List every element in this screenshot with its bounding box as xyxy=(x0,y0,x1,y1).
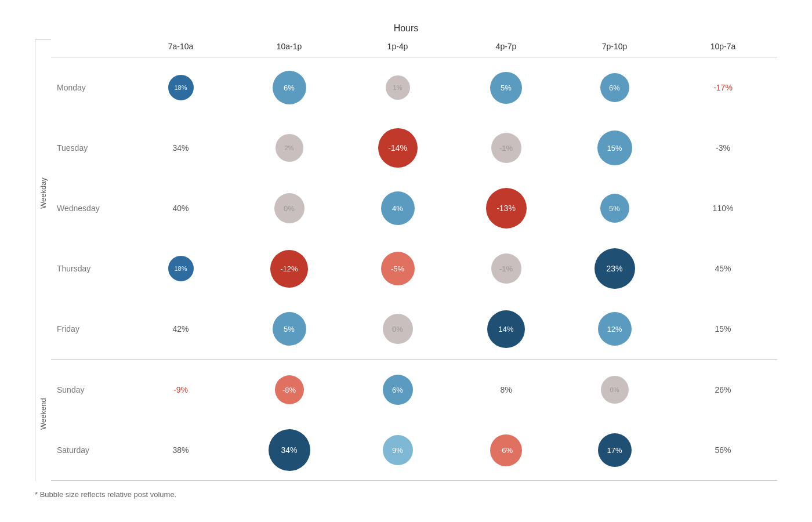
bubble: 0% xyxy=(274,193,304,223)
bubble-cell: -14% xyxy=(343,128,452,168)
bubble-cell: -9% xyxy=(126,385,235,394)
bubble: 6% xyxy=(600,73,629,102)
bubble: -5% xyxy=(381,252,415,285)
bubble: 15% xyxy=(715,324,731,334)
bubble-cell: 6% xyxy=(560,73,669,102)
day-label-wednesday: Wednesday xyxy=(51,204,126,213)
bubble: -8% xyxy=(275,375,304,404)
day-label-sunday: Sunday xyxy=(51,385,126,394)
bubble-cell: 110% xyxy=(669,204,777,213)
bubble: 34% xyxy=(269,429,310,471)
weekday-label: Weekday xyxy=(35,39,51,347)
bubble: 12% xyxy=(598,312,632,346)
bubble: -1% xyxy=(491,253,521,284)
col-header-5: 10p-7a xyxy=(669,39,777,53)
bubble: 0% xyxy=(383,314,413,344)
bubble: 18% xyxy=(168,75,194,100)
table-row: Tuesday34%2%-14%-1%15%-3% xyxy=(51,118,777,178)
header-row: 7a-10a 10a-1p 1p-4p 4p-7p 7p-10p 10p-7a xyxy=(51,39,777,57)
bubble-cell: 5% xyxy=(452,72,560,104)
col-header-3: 4p-7p xyxy=(452,39,560,53)
bubble: 6% xyxy=(273,71,306,104)
bubble: 40% xyxy=(172,204,188,213)
day-label-thursday: Thursday xyxy=(51,264,126,273)
bubble-cell: -6% xyxy=(452,434,560,466)
bubble-cell: 40% xyxy=(126,204,235,213)
bubble: -13% xyxy=(486,188,527,229)
bubble: 9% xyxy=(383,435,413,465)
bubble-cell: 1% xyxy=(343,75,452,100)
bubble-cell: 23% xyxy=(560,248,669,289)
col-header-4: 7p-10p xyxy=(560,39,669,53)
main-grid: 7a-10a 10a-1p 1p-4p 4p-7p 7p-10p 10p-7a … xyxy=(51,39,777,481)
table-row: Monday18%6%1%5%6%-17% xyxy=(51,57,777,118)
bubble-cell: 8% xyxy=(452,385,560,394)
bubble-cell: 38% xyxy=(126,445,235,455)
col-header-0: 7a-10a xyxy=(126,39,235,53)
bubble-cell: 15% xyxy=(669,324,777,334)
bubble-cell: 2% xyxy=(235,134,343,162)
bubble: 5% xyxy=(490,72,522,104)
bubble-cell: 0% xyxy=(343,314,452,344)
bubble-cell: 12% xyxy=(560,312,669,346)
bubble: 15% xyxy=(597,130,632,165)
bubble-cell: 4% xyxy=(343,191,452,225)
sections-container: Monday18%6%1%5%6%-17%Tuesday34%2%-14%-1%… xyxy=(51,57,777,481)
bubble-cell: 6% xyxy=(235,71,343,104)
day-label-monday: Monday xyxy=(51,83,126,92)
bubble: -1% xyxy=(491,133,521,163)
bubble: -6% xyxy=(490,434,522,466)
bubble: 42% xyxy=(172,324,188,334)
chart-container: Hours Weekday Weekend 7a-10a 10a-1p 1p-4… xyxy=(17,12,795,510)
bubble-cell: -3% xyxy=(669,143,777,153)
bubble-cell: 6% xyxy=(343,375,452,405)
bubble-cell: 17% xyxy=(560,433,669,467)
table-row: Saturday38%34%9%-6%17%56% xyxy=(51,420,777,480)
bubble: 14% xyxy=(487,310,525,348)
bubble-cell: 56% xyxy=(669,445,777,455)
day-label-saturday: Saturday xyxy=(51,445,126,455)
bubble-cell: 18% xyxy=(126,75,235,100)
bubble-cell: -12% xyxy=(235,250,343,288)
bubble: 17% xyxy=(598,433,632,467)
chart-title: Hours xyxy=(35,23,777,34)
bubble: -17% xyxy=(713,83,733,92)
bubble-cell: 0% xyxy=(235,193,343,223)
bubble: 18% xyxy=(168,256,194,281)
bubble-cell: 45% xyxy=(669,264,777,273)
bubble-cell: 5% xyxy=(560,194,669,223)
bubble-cell: 0% xyxy=(560,376,669,404)
bubble: 45% xyxy=(715,264,731,273)
bubble: 4% xyxy=(381,191,415,225)
table-row: Wednesday40%0%4%-13%5%110% xyxy=(51,178,777,238)
table-row: Sunday-9%-8%6%8%0%26% xyxy=(51,360,777,420)
bubble: -12% xyxy=(270,250,308,288)
bubble: 26% xyxy=(715,385,731,394)
bubble: 5% xyxy=(600,194,629,223)
bubble: -3% xyxy=(716,143,730,153)
bubble-cell: -8% xyxy=(235,375,343,404)
bubble-cell: -13% xyxy=(452,188,560,229)
bubble: 34% xyxy=(172,143,188,153)
col-header-2: 1p-4p xyxy=(343,39,452,53)
bubble: -9% xyxy=(173,385,188,394)
day-label-friday: Friday xyxy=(51,324,126,334)
bubble-cell: 5% xyxy=(235,312,343,346)
bubble-cell: -1% xyxy=(452,253,560,284)
table-row: Friday42%5%0%14%12%15% xyxy=(51,299,777,359)
bubble-cell: 9% xyxy=(343,435,452,465)
col-header-1: 10a-1p xyxy=(235,39,343,53)
bubble: 23% xyxy=(594,248,635,289)
bubble: 38% xyxy=(172,445,188,455)
bubble-cell: -5% xyxy=(343,252,452,285)
col-header-day xyxy=(51,39,126,53)
day-label-tuesday: Tuesday xyxy=(51,143,126,153)
bubble-cell: 26% xyxy=(669,385,777,394)
bubble-cell: -17% xyxy=(669,83,777,92)
bubble: 56% xyxy=(715,445,731,455)
bubble-cell: 34% xyxy=(126,143,235,153)
table-row: Thursday18%-12%-5%-1%23%45% xyxy=(51,238,777,299)
bubble-cell: 18% xyxy=(126,256,235,281)
bubble: 0% xyxy=(601,376,629,404)
bubble-cell: -1% xyxy=(452,133,560,163)
